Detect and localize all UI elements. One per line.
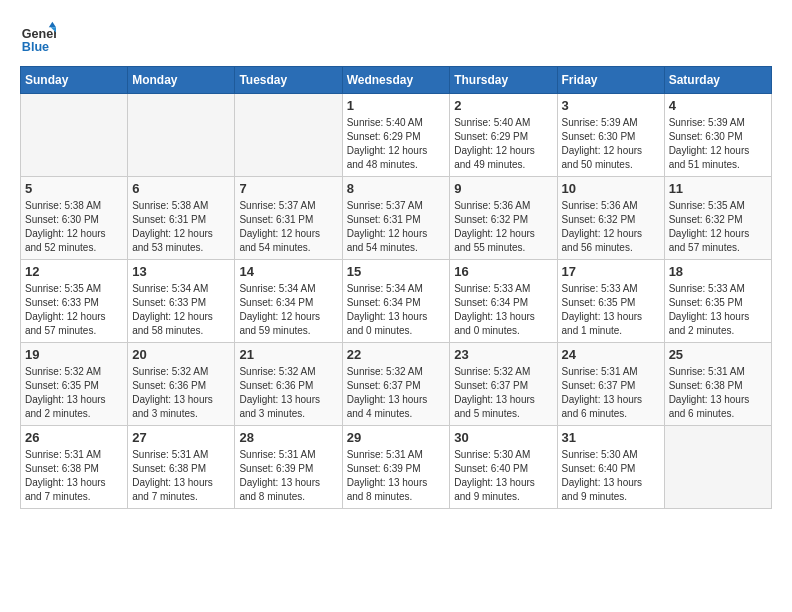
svg-marker-2	[49, 22, 56, 27]
calendar-cell: 15Sunrise: 5:34 AM Sunset: 6:34 PM Dayli…	[342, 260, 450, 343]
weekday-header: Friday	[557, 67, 664, 94]
calendar-cell: 8Sunrise: 5:37 AM Sunset: 6:31 PM Daylig…	[342, 177, 450, 260]
calendar-week-row: 5Sunrise: 5:38 AM Sunset: 6:30 PM Daylig…	[21, 177, 772, 260]
day-info: Sunrise: 5:38 AM Sunset: 6:31 PM Dayligh…	[132, 199, 230, 255]
day-number: 4	[669, 98, 767, 113]
day-number: 31	[562, 430, 660, 445]
day-info: Sunrise: 5:33 AM Sunset: 6:34 PM Dayligh…	[454, 282, 552, 338]
day-info: Sunrise: 5:37 AM Sunset: 6:31 PM Dayligh…	[239, 199, 337, 255]
calendar-cell	[128, 94, 235, 177]
weekday-header: Wednesday	[342, 67, 450, 94]
calendar-week-row: 26Sunrise: 5:31 AM Sunset: 6:38 PM Dayli…	[21, 426, 772, 509]
calendar-cell: 4Sunrise: 5:39 AM Sunset: 6:30 PM Daylig…	[664, 94, 771, 177]
day-info: Sunrise: 5:32 AM Sunset: 6:36 PM Dayligh…	[239, 365, 337, 421]
day-info: Sunrise: 5:39 AM Sunset: 6:30 PM Dayligh…	[562, 116, 660, 172]
day-info: Sunrise: 5:39 AM Sunset: 6:30 PM Dayligh…	[669, 116, 767, 172]
calendar-cell: 19Sunrise: 5:32 AM Sunset: 6:35 PM Dayli…	[21, 343, 128, 426]
day-number: 15	[347, 264, 446, 279]
day-number: 8	[347, 181, 446, 196]
day-info: Sunrise: 5:38 AM Sunset: 6:30 PM Dayligh…	[25, 199, 123, 255]
day-info: Sunrise: 5:36 AM Sunset: 6:32 PM Dayligh…	[562, 199, 660, 255]
calendar-cell: 26Sunrise: 5:31 AM Sunset: 6:38 PM Dayli…	[21, 426, 128, 509]
day-number: 3	[562, 98, 660, 113]
weekday-header: Saturday	[664, 67, 771, 94]
weekday-header: Monday	[128, 67, 235, 94]
calendar-header-row: SundayMondayTuesdayWednesdayThursdayFrid…	[21, 67, 772, 94]
calendar-cell: 30Sunrise: 5:30 AM Sunset: 6:40 PM Dayli…	[450, 426, 557, 509]
day-info: Sunrise: 5:31 AM Sunset: 6:38 PM Dayligh…	[132, 448, 230, 504]
day-info: Sunrise: 5:35 AM Sunset: 6:32 PM Dayligh…	[669, 199, 767, 255]
day-number: 1	[347, 98, 446, 113]
calendar-cell: 13Sunrise: 5:34 AM Sunset: 6:33 PM Dayli…	[128, 260, 235, 343]
day-info: Sunrise: 5:31 AM Sunset: 6:38 PM Dayligh…	[25, 448, 123, 504]
day-number: 27	[132, 430, 230, 445]
day-number: 10	[562, 181, 660, 196]
day-number: 12	[25, 264, 123, 279]
day-info: Sunrise: 5:34 AM Sunset: 6:34 PM Dayligh…	[347, 282, 446, 338]
day-number: 14	[239, 264, 337, 279]
day-number: 17	[562, 264, 660, 279]
calendar-cell: 3Sunrise: 5:39 AM Sunset: 6:30 PM Daylig…	[557, 94, 664, 177]
day-info: Sunrise: 5:33 AM Sunset: 6:35 PM Dayligh…	[669, 282, 767, 338]
calendar-cell: 25Sunrise: 5:31 AM Sunset: 6:38 PM Dayli…	[664, 343, 771, 426]
weekday-header: Sunday	[21, 67, 128, 94]
calendar-cell: 1Sunrise: 5:40 AM Sunset: 6:29 PM Daylig…	[342, 94, 450, 177]
calendar-cell: 18Sunrise: 5:33 AM Sunset: 6:35 PM Dayli…	[664, 260, 771, 343]
day-info: Sunrise: 5:30 AM Sunset: 6:40 PM Dayligh…	[562, 448, 660, 504]
calendar-cell: 11Sunrise: 5:35 AM Sunset: 6:32 PM Dayli…	[664, 177, 771, 260]
calendar-table: SundayMondayTuesdayWednesdayThursdayFrid…	[20, 66, 772, 509]
day-number: 19	[25, 347, 123, 362]
calendar-cell	[664, 426, 771, 509]
day-info: Sunrise: 5:40 AM Sunset: 6:29 PM Dayligh…	[454, 116, 552, 172]
calendar-cell: 12Sunrise: 5:35 AM Sunset: 6:33 PM Dayli…	[21, 260, 128, 343]
day-info: Sunrise: 5:40 AM Sunset: 6:29 PM Dayligh…	[347, 116, 446, 172]
day-number: 25	[669, 347, 767, 362]
calendar-cell: 17Sunrise: 5:33 AM Sunset: 6:35 PM Dayli…	[557, 260, 664, 343]
day-number: 13	[132, 264, 230, 279]
day-info: Sunrise: 5:31 AM Sunset: 6:37 PM Dayligh…	[562, 365, 660, 421]
calendar-cell	[235, 94, 342, 177]
day-number: 16	[454, 264, 552, 279]
weekday-header: Thursday	[450, 67, 557, 94]
calendar-cell: 24Sunrise: 5:31 AM Sunset: 6:37 PM Dayli…	[557, 343, 664, 426]
calendar-cell: 5Sunrise: 5:38 AM Sunset: 6:30 PM Daylig…	[21, 177, 128, 260]
calendar-week-row: 1Sunrise: 5:40 AM Sunset: 6:29 PM Daylig…	[21, 94, 772, 177]
day-number: 26	[25, 430, 123, 445]
day-info: Sunrise: 5:31 AM Sunset: 6:39 PM Dayligh…	[347, 448, 446, 504]
calendar-cell: 6Sunrise: 5:38 AM Sunset: 6:31 PM Daylig…	[128, 177, 235, 260]
calendar-cell: 9Sunrise: 5:36 AM Sunset: 6:32 PM Daylig…	[450, 177, 557, 260]
day-number: 5	[25, 181, 123, 196]
weekday-header: Tuesday	[235, 67, 342, 94]
day-number: 2	[454, 98, 552, 113]
calendar-cell: 10Sunrise: 5:36 AM Sunset: 6:32 PM Dayli…	[557, 177, 664, 260]
calendar-week-row: 19Sunrise: 5:32 AM Sunset: 6:35 PM Dayli…	[21, 343, 772, 426]
calendar-cell: 29Sunrise: 5:31 AM Sunset: 6:39 PM Dayli…	[342, 426, 450, 509]
calendar-cell: 31Sunrise: 5:30 AM Sunset: 6:40 PM Dayli…	[557, 426, 664, 509]
day-info: Sunrise: 5:34 AM Sunset: 6:34 PM Dayligh…	[239, 282, 337, 338]
day-number: 30	[454, 430, 552, 445]
calendar-cell: 23Sunrise: 5:32 AM Sunset: 6:37 PM Dayli…	[450, 343, 557, 426]
day-info: Sunrise: 5:35 AM Sunset: 6:33 PM Dayligh…	[25, 282, 123, 338]
day-number: 22	[347, 347, 446, 362]
day-info: Sunrise: 5:34 AM Sunset: 6:33 PM Dayligh…	[132, 282, 230, 338]
calendar-cell	[21, 94, 128, 177]
day-number: 28	[239, 430, 337, 445]
logo: General Blue	[20, 20, 62, 56]
calendar-cell: 22Sunrise: 5:32 AM Sunset: 6:37 PM Dayli…	[342, 343, 450, 426]
day-number: 6	[132, 181, 230, 196]
day-number: 18	[669, 264, 767, 279]
calendar-cell: 21Sunrise: 5:32 AM Sunset: 6:36 PM Dayli…	[235, 343, 342, 426]
day-info: Sunrise: 5:30 AM Sunset: 6:40 PM Dayligh…	[454, 448, 552, 504]
day-info: Sunrise: 5:36 AM Sunset: 6:32 PM Dayligh…	[454, 199, 552, 255]
day-number: 7	[239, 181, 337, 196]
day-info: Sunrise: 5:31 AM Sunset: 6:38 PM Dayligh…	[669, 365, 767, 421]
calendar-cell: 16Sunrise: 5:33 AM Sunset: 6:34 PM Dayli…	[450, 260, 557, 343]
day-info: Sunrise: 5:32 AM Sunset: 6:37 PM Dayligh…	[347, 365, 446, 421]
day-number: 23	[454, 347, 552, 362]
day-info: Sunrise: 5:32 AM Sunset: 6:35 PM Dayligh…	[25, 365, 123, 421]
calendar-cell: 2Sunrise: 5:40 AM Sunset: 6:29 PM Daylig…	[450, 94, 557, 177]
day-number: 29	[347, 430, 446, 445]
day-info: Sunrise: 5:32 AM Sunset: 6:37 PM Dayligh…	[454, 365, 552, 421]
day-info: Sunrise: 5:37 AM Sunset: 6:31 PM Dayligh…	[347, 199, 446, 255]
day-info: Sunrise: 5:31 AM Sunset: 6:39 PM Dayligh…	[239, 448, 337, 504]
